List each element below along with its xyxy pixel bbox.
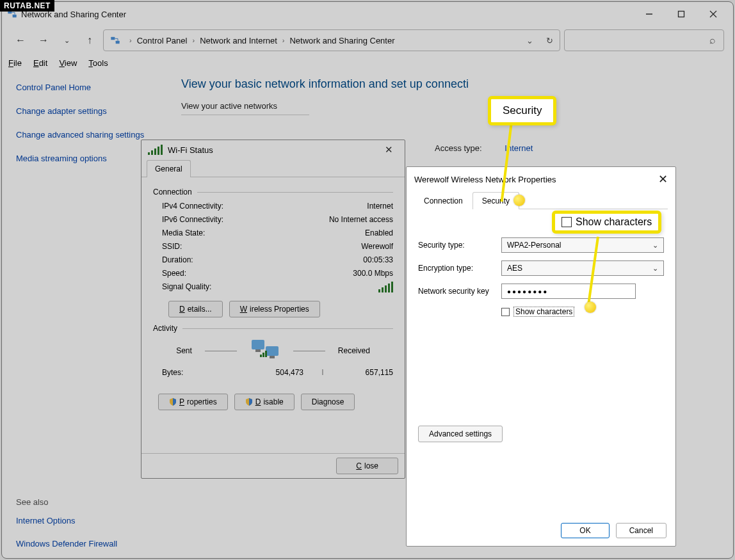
close-button[interactable]: Close	[336, 458, 398, 474]
cursor-icon: I	[303, 368, 342, 377]
svg-rect-12	[260, 355, 262, 357]
svg-rect-14	[265, 351, 267, 357]
wifi-dialog-title: Wi-Fi Status ✕	[141, 140, 405, 159]
main-heading: View your basic network information and …	[181, 77, 720, 91]
breadcrumb-level2[interactable]: Network and Sharing Center	[289, 36, 394, 45]
menu-file[interactable]: File	[8, 58, 22, 68]
bytes-sent-value: 504,473	[252, 368, 303, 377]
breadcrumb-icon	[110, 35, 120, 45]
svg-rect-11	[270, 356, 275, 358]
ssid-label: SSID:	[162, 242, 361, 251]
security-type-select[interactable]: WPA2-Personal⌄	[501, 237, 664, 253]
chevron-down-icon[interactable]: ⌄	[526, 36, 533, 45]
brand-tag: RUTAB.NET	[0, 0, 54, 12]
forward-button[interactable]: →	[34, 31, 53, 50]
refresh-icon[interactable]: ↻	[546, 36, 553, 45]
duration-label: Duration:	[162, 255, 363, 264]
ssid-value: Werewolf	[361, 242, 393, 251]
show-characters-label: Show characters	[513, 307, 574, 317]
chevron-down-icon: ⌄	[652, 241, 658, 250]
menu-edit[interactable]: Edit	[33, 58, 47, 68]
active-networks-heading: View your active networks	[181, 101, 720, 111]
titlebar: Network and Sharing Center	[2, 2, 733, 26]
svg-rect-3	[679, 12, 684, 17]
callout-security: Security	[488, 96, 556, 125]
advanced-settings-button[interactable]: Advanced settings	[418, 426, 503, 442]
wireless-properties-button[interactable]: Wireless Properties	[229, 301, 320, 317]
sidebar-home-link[interactable]: Control Panel Home	[16, 83, 154, 93]
computers-icon	[250, 338, 280, 364]
tab-general[interactable]: General	[147, 160, 191, 177]
bytes-label: Bytes:	[162, 368, 252, 377]
close-window-button[interactable]	[699, 4, 728, 24]
media-state-label: Media State:	[162, 228, 365, 237]
callout-show-characters: Show characters	[552, 211, 661, 234]
ipv6-value: No Internet access	[329, 215, 393, 224]
sent-label: Sent	[176, 346, 192, 355]
received-label: Received	[338, 346, 370, 355]
chevron-right-icon: ›	[282, 36, 285, 44]
speed-label: Speed:	[162, 269, 353, 278]
callout-marker-dot	[513, 195, 525, 206]
svg-rect-13	[262, 353, 264, 357]
svg-rect-10	[255, 349, 261, 352]
breadcrumb-root[interactable]: Control Panel	[137, 36, 188, 45]
show-characters-checkbox[interactable]	[501, 308, 510, 316]
properties-close-button[interactable]: ✕	[658, 172, 668, 186]
wifi-status-dialog: Wi-Fi Status ✕ General Connection IPv4 C…	[141, 140, 405, 479]
svg-rect-8	[252, 340, 264, 349]
network-key-input[interactable]: ●●●●●●●●	[501, 284, 636, 299]
up-button[interactable]: ↑	[80, 31, 99, 50]
shield-icon	[169, 398, 177, 406]
menu-tools[interactable]: Tools	[88, 58, 108, 68]
sidebar-sharing-link[interactable]: Change advanced sharing settings	[16, 130, 154, 141]
sidebar-streaming-link[interactable]: Media streaming options	[16, 154, 154, 164]
sidebar-internet-options-link[interactable]: Internet Options	[16, 516, 154, 527]
svg-rect-1	[13, 15, 17, 18]
duration-value: 00:05:33	[363, 255, 393, 264]
ipv6-label: IPv6 Connectivity:	[162, 215, 329, 224]
ipv4-value: Internet	[367, 202, 393, 211]
tab-connection[interactable]: Connection	[414, 192, 472, 209]
diagnose-button[interactable]: Diagnose	[301, 394, 355, 410]
media-state-value: Enabled	[365, 228, 393, 237]
breadcrumb-level1[interactable]: Network and Internet	[200, 36, 277, 45]
svg-rect-9	[266, 346, 279, 356]
nav-toolbar: ← → ⌄ ↑ › Control Panel › Network and In…	[2, 26, 733, 54]
encryption-type-label: Encryption type:	[418, 264, 501, 273]
sidebar-adapter-link[interactable]: Change adapter settings	[16, 106, 154, 117]
ipv4-label: IPv4 Connectivity:	[162, 202, 367, 211]
search-box[interactable]: ⌕	[564, 29, 724, 51]
ok-button[interactable]: OK	[561, 523, 609, 538]
maximize-button[interactable]	[666, 4, 696, 24]
shield-icon	[245, 398, 253, 406]
svg-rect-7	[116, 41, 120, 44]
history-dropdown[interactable]: ⌄	[57, 31, 76, 50]
wifi-icon	[148, 145, 163, 155]
network-key-label: Network security key	[418, 287, 501, 296]
minimize-button[interactable]	[634, 4, 664, 24]
tab-security[interactable]: Security	[472, 192, 519, 209]
checkbox-icon	[561, 217, 572, 227]
cancel-button[interactable]: Cancel	[616, 523, 666, 538]
security-type-label: Security type:	[418, 241, 501, 250]
sidebar-firewall-link[interactable]: Windows Defender Firewall	[16, 539, 154, 550]
details-button[interactable]: Details...	[168, 301, 223, 317]
properties-button[interactable]: Properties	[158, 394, 228, 410]
back-button[interactable]: ←	[11, 31, 30, 50]
properties-dialog-title: Werewolf Wireless Network Properties ✕	[407, 167, 675, 191]
activity-group-heading: Activity	[153, 324, 393, 333]
menu-view[interactable]: View	[59, 58, 77, 68]
chevron-right-icon: ›	[129, 36, 132, 44]
signal-quality-label: Signal Quality:	[162, 282, 378, 294]
menubar: File Edit View Tools	[2, 54, 733, 71]
signal-quality-icon	[378, 282, 393, 294]
wifi-close-button[interactable]: ✕	[379, 144, 398, 156]
sidebar-see-also: See also	[16, 497, 154, 507]
connection-group-heading: Connection	[153, 188, 393, 196]
svg-rect-6	[111, 37, 115, 40]
encryption-type-select[interactable]: AES⌄	[501, 260, 664, 276]
callout-marker-dot	[585, 301, 596, 313]
address-bar[interactable]: › Control Panel › Network and Internet ›…	[103, 29, 560, 51]
disable-button[interactable]: Disable	[234, 394, 295, 410]
